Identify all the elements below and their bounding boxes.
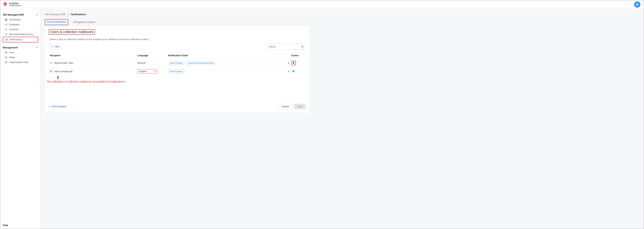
sidebar-item-recommended-actions[interactable]: Recommended actions (0, 32, 40, 37)
mail-icon (50, 70, 52, 73)
th-action: Action (290, 52, 306, 59)
svg-rect-10 (6, 61, 6, 62)
search-input[interactable] (268, 46, 301, 48)
sidebar-item-dashboard[interactable]: Dashboard (0, 17, 40, 22)
th-recipient: Recipient (49, 52, 136, 59)
sidebar-section-edr[interactable]: 365 Managed EDR ▾ (0, 12, 40, 17)
at-icon (5, 38, 8, 41)
trash-icon (292, 61, 295, 65)
recipients-table: Recipient Language Notification Event Ac… (49, 52, 306, 76)
sidebar-section-management[interactable]: Management ▾ (0, 45, 40, 50)
tabs: Email notifications Emergency Contacts (44, 19, 310, 25)
sidebar-item-endpoints[interactable]: Endpoints (0, 22, 40, 27)
sidebar-help[interactable]: Help (0, 222, 40, 229)
chip-new-incident[interactable]: New Incident (168, 70, 184, 73)
table-row: Mustermann, Max Deutsch New Incident New… (49, 59, 306, 67)
user-card-icon (5, 51, 8, 54)
chevron-down-icon: ▾ (288, 70, 289, 73)
recipient-name: Mustermann, Max (54, 62, 73, 64)
tools-row: Filter (49, 44, 306, 50)
card-title: Users & collection mailboxes (49, 29, 95, 35)
sidebar-item-label: Recommended actions (9, 33, 33, 36)
svg-rect-12 (6, 62, 7, 63)
layout: 365 Managed EDR ▾ Dashboard Endpoints I (0, 9, 644, 229)
filter-button[interactable]: Filter (49, 44, 62, 49)
save-label: Save (297, 105, 302, 108)
tab-label: Emergency Contacts (74, 21, 95, 24)
annotation-text: The utilization of collection mailboxes … (47, 80, 125, 83)
chevron-right-icon: ❯ (68, 13, 69, 16)
breadcrumb-current: Notifications (71, 13, 86, 16)
chip-new-incident[interactable]: New Incident (168, 61, 184, 65)
card-footer: + Add Recipient Cancel Save (49, 104, 306, 109)
cancel-label: Cancel (282, 105, 289, 108)
tab-email-notifications[interactable]: Email notifications (45, 19, 68, 25)
svg-point-3 (5, 34, 7, 35)
svg-rect-7 (5, 52, 7, 53)
breadcrumb-root[interactable]: 365 Managed EDR (45, 13, 66, 16)
th-language: Language (136, 52, 167, 59)
chevron-down-icon: ▾ (288, 62, 289, 64)
delete-button[interactable] (291, 61, 296, 65)
topbar: G DATA CyberDefense (0, 0, 644, 9)
brand-text: G DATA CyberDefense (9, 2, 21, 6)
chevron-down-icon: ▾ (36, 46, 38, 49)
svg-point-13 (302, 46, 303, 47)
svg-point-14 (51, 62, 52, 63)
delete-button[interactable] (291, 69, 296, 74)
dashboard-icon (5, 18, 8, 21)
card-users-mailboxes: Users & collection mailboxes Select a us… (44, 25, 310, 113)
annotation-callout: The utilization of collection mailboxes … (47, 80, 125, 84)
save-button: Save (294, 104, 306, 109)
person-icon (50, 62, 52, 65)
caret-down-icon: ▼ (154, 70, 156, 72)
roles-icon (5, 56, 8, 59)
brand: G DATA CyberDefense (3, 2, 21, 7)
th-event: Notification Event (167, 52, 280, 59)
sidebar-help-label: Help (3, 224, 8, 226)
shield-icon (5, 28, 8, 31)
svg-point-8 (6, 52, 6, 52)
plus-icon: + (49, 105, 50, 108)
brand-shield-icon (3, 2, 8, 7)
sidebar-item-label: User (9, 51, 14, 54)
language-value: English (139, 70, 146, 73)
person-icon (636, 2, 639, 6)
recipient-language: Deutsch (136, 59, 167, 67)
sidebar-item-label: Notifications (10, 38, 22, 41)
sidebar-item-notifications[interactable]: Notifications (3, 37, 38, 42)
tab-emergency-contacts[interactable]: Emergency Contacts (73, 19, 96, 25)
sidebar-item-roles[interactable]: Roles (0, 55, 40, 60)
chevron-down-icon: ▾ (36, 14, 38, 16)
search-input-wrap[interactable] (266, 44, 306, 50)
row-expand[interactable]: ▾ (280, 67, 290, 76)
sidebar-item-user[interactable]: User (0, 50, 40, 55)
table-header-row: Recipient Language Notification Event Ac… (49, 52, 306, 59)
endpoints-icon (5, 23, 8, 26)
sidebar-item-label: Organisation Units (9, 61, 28, 64)
svg-rect-11 (5, 62, 6, 63)
target-icon (5, 33, 8, 36)
svg-point-2 (7, 25, 7, 25)
sidebar-item-label: Endpoints (9, 23, 20, 26)
row-expand[interactable]: ▾ (280, 59, 290, 67)
filter-label: Filter (54, 46, 60, 48)
sidebar-item-label: Roles (9, 56, 15, 59)
search-icon (301, 45, 304, 48)
sidebar-item-organisation-units[interactable]: Organisation Units (0, 60, 40, 65)
breadcrumb: 365 Managed EDR ❯ Notifications (44, 11, 310, 19)
table-row: it@x-company.de English ▼ New Inciden (49, 67, 306, 76)
svg-point-1 (7, 24, 7, 24)
card-subtitle: Select a user or collective mailbox as t… (50, 38, 306, 41)
org-icon (5, 61, 8, 64)
user-avatar-button[interactable] (634, 1, 640, 8)
chip-new-recommended-action[interactable]: New Recommended Action (186, 61, 216, 65)
sidebar-item-incidents[interactable]: Incidents (0, 27, 40, 32)
main: 365 Managed EDR ❯ Notifications Email no… (40, 9, 644, 229)
brand-sub: CyberDefense (9, 5, 21, 6)
language-select[interactable]: English ▼ (137, 69, 158, 74)
cancel-button[interactable]: Cancel (278, 104, 292, 109)
filter-icon (51, 45, 53, 48)
add-recipient-link[interactable]: + Add Recipient (49, 105, 66, 108)
sidebar: 365 Managed EDR ▾ Dashboard Endpoints I (0, 9, 40, 229)
